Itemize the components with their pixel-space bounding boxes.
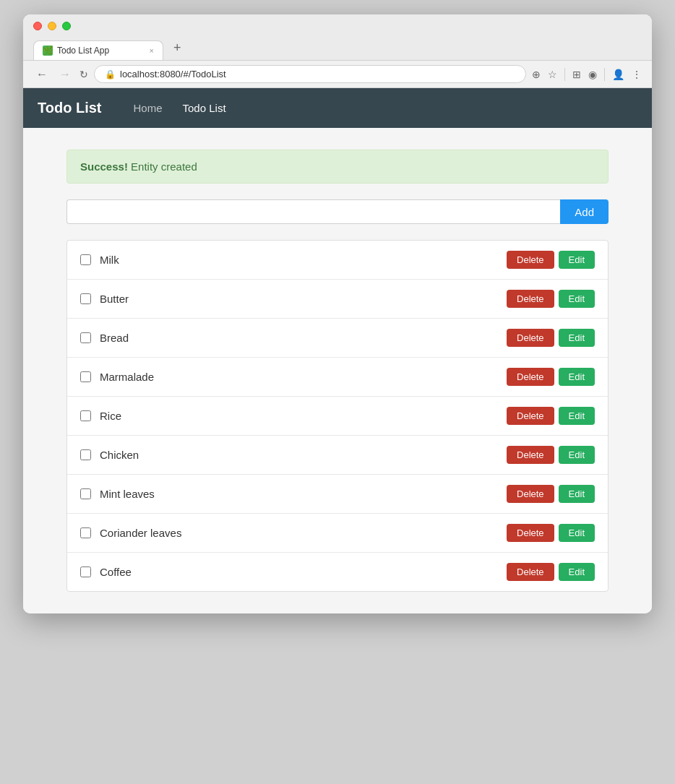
alert-message: Entity created: [128, 160, 197, 173]
todo-actions-0: Delete Edit: [507, 251, 595, 269]
title-bar: 🌿 Todo List App × +: [23, 14, 652, 61]
todo-checkbox-1[interactable]: [80, 293, 91, 304]
edit-button-1[interactable]: Edit: [559, 290, 595, 308]
todo-input[interactable]: [66, 199, 560, 224]
todo-checkbox-2[interactable]: [80, 332, 91, 343]
todo-actions-4: Delete Edit: [507, 407, 595, 425]
edit-button-4[interactable]: Edit: [559, 407, 595, 425]
todo-item: Chicken Delete Edit: [67, 436, 608, 475]
todo-label-4: Rice: [100, 410, 507, 422]
todo-label-1: Butter: [100, 293, 507, 305]
tab-favicon-icon: 🌿: [43, 46, 53, 56]
app-navbar: Todo List Home Todo List: [23, 88, 652, 128]
todo-item: Bread Delete Edit: [67, 319, 608, 358]
todo-label-7: Coriander leaves: [100, 527, 507, 539]
browser-window: 🌿 Todo List App × + ← → ↻ 🔒 localhost:80…: [23, 14, 652, 613]
new-tab-button[interactable]: +: [166, 36, 189, 60]
back-button[interactable]: ←: [33, 66, 51, 82]
todo-label-0: Milk: [100, 254, 507, 266]
todo-actions-1: Delete Edit: [507, 290, 595, 308]
url-text: localhost:8080/#/TodoList: [120, 69, 226, 79]
edit-button-0[interactable]: Edit: [559, 251, 595, 269]
tab-title-label: Todo List App: [57, 46, 145, 56]
url-bar[interactable]: 🔒 localhost:8080/#/TodoList: [94, 65, 526, 83]
main-content: Success! Entity created Add Milk Delete …: [23, 128, 652, 613]
todo-actions-5: Delete Edit: [507, 446, 595, 464]
delete-button-0[interactable]: Delete: [507, 251, 554, 269]
delete-button-7[interactable]: Delete: [507, 524, 554, 542]
delete-button-6[interactable]: Delete: [507, 485, 554, 503]
todo-label-6: Mint leaves: [100, 488, 507, 500]
delete-button-2[interactable]: Delete: [507, 329, 554, 347]
nav-link-home[interactable]: Home: [124, 90, 173, 126]
todo-label-3: Marmalade: [100, 371, 507, 383]
address-bar-actions: ⊕ ☆ ⊞ ◉ 👤 ⋮: [532, 68, 642, 81]
todo-actions-3: Delete Edit: [507, 368, 595, 386]
address-bar: ← → ↻ 🔒 localhost:8080/#/TodoList ⊕ ☆ ⊞ …: [23, 61, 652, 88]
tab-close-button[interactable]: ×: [150, 46, 154, 55]
todo-actions-7: Delete Edit: [507, 524, 595, 542]
separator: [564, 68, 565, 81]
edit-button-2[interactable]: Edit: [559, 329, 595, 347]
browser-tab[interactable]: 🌿 Todo List App ×: [33, 40, 163, 60]
todo-checkbox-8[interactable]: [80, 567, 91, 577]
edit-button-8[interactable]: Edit: [559, 563, 595, 581]
minimize-window-button[interactable]: [48, 22, 56, 30]
menu-icon[interactable]: ⋮: [632, 69, 642, 80]
delete-button-4[interactable]: Delete: [507, 407, 554, 425]
title-bar-controls: [33, 22, 642, 30]
todo-label-5: Chicken: [100, 449, 507, 461]
nav-link-todolist[interactable]: Todo List: [173, 90, 236, 126]
todo-actions-2: Delete Edit: [507, 329, 595, 347]
edit-button-3[interactable]: Edit: [559, 368, 595, 386]
edit-button-6[interactable]: Edit: [559, 485, 595, 503]
edit-button-7[interactable]: Edit: [559, 524, 595, 542]
grid-icon[interactable]: ⊞: [572, 69, 581, 80]
todo-item: Milk Delete Edit: [67, 241, 608, 280]
todo-item: Mint leaves Delete Edit: [67, 475, 608, 514]
lock-icon: 🔒: [105, 69, 116, 79]
todo-actions-6: Delete Edit: [507, 485, 595, 503]
edit-button-5[interactable]: Edit: [559, 446, 595, 464]
app-brand: Todo List: [38, 88, 116, 128]
todo-checkbox-3[interactable]: [80, 371, 91, 382]
shield-icon[interactable]: ◉: [588, 69, 597, 80]
close-window-button[interactable]: [33, 22, 42, 30]
reload-button[interactable]: ↻: [79, 69, 88, 80]
todo-label-8: Coffee: [100, 566, 507, 578]
todo-item: Marmalade Delete Edit: [67, 358, 608, 397]
todo-item: Coriander leaves Delete Edit: [67, 514, 608, 553]
todo-checkbox-0[interactable]: [80, 254, 91, 265]
todo-checkbox-5[interactable]: [80, 449, 91, 460]
success-alert: Success! Entity created: [66, 150, 609, 184]
delete-button-8[interactable]: Delete: [507, 563, 554, 581]
todo-item: Coffee Delete Edit: [67, 553, 608, 591]
delete-button-3[interactable]: Delete: [507, 368, 554, 386]
zoom-icon[interactable]: ⊕: [532, 69, 541, 80]
todo-checkbox-7[interactable]: [80, 527, 91, 538]
delete-button-1[interactable]: Delete: [507, 290, 554, 308]
todo-item: Butter Delete Edit: [67, 280, 608, 319]
add-button[interactable]: Add: [560, 199, 609, 224]
separator2: [604, 68, 605, 81]
add-form: Add: [66, 199, 609, 224]
maximize-window-button[interactable]: [62, 22, 71, 30]
todo-actions-8: Delete Edit: [507, 563, 595, 581]
todo-item: Rice Delete Edit: [67, 397, 608, 436]
alert-bold: Success!: [80, 160, 128, 173]
delete-button-5[interactable]: Delete: [507, 446, 554, 464]
forward-button[interactable]: →: [56, 66, 74, 82]
tab-bar: 🌿 Todo List App × +: [33, 36, 642, 60]
todo-checkbox-4[interactable]: [80, 410, 91, 421]
todo-list: Milk Delete Edit Butter Delete Edit Brea…: [66, 240, 609, 592]
todo-checkbox-6[interactable]: [80, 488, 91, 499]
bookmark-icon[interactable]: ☆: [548, 69, 557, 80]
todo-label-2: Bread: [100, 332, 507, 344]
account-icon[interactable]: 👤: [612, 69, 624, 80]
